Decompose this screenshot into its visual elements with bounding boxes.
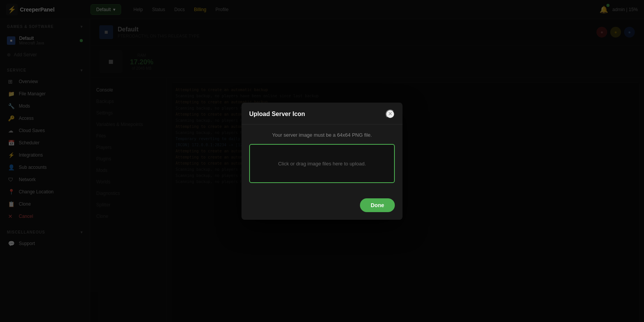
modal-title: Upload Server Icon <box>249 111 305 118</box>
upload-placeholder-text: Click or drag image files here to upload… <box>278 161 366 167</box>
modal-close-button[interactable]: × <box>386 110 395 119</box>
done-button[interactable]: Done <box>360 198 395 212</box>
upload-dropzone[interactable]: Click or drag image files here to upload… <box>249 144 395 183</box>
modal-overlay[interactable]: Upload Server Icon × Your server image m… <box>0 0 644 322</box>
modal-header: Upload Server Icon × <box>242 103 402 124</box>
upload-server-icon-modal: Upload Server Icon × Your server image m… <box>242 103 402 220</box>
modal-body: Your server image must be a 64x64 PNG fi… <box>242 124 402 198</box>
modal-description: Your server image must be a 64x64 PNG fi… <box>249 132 395 138</box>
modal-footer: Done <box>242 198 402 220</box>
